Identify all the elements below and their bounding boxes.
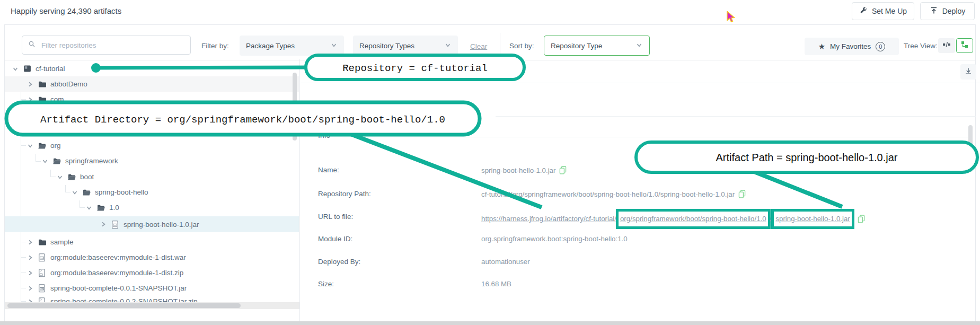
chevron-right-icon[interactable] — [100, 221, 107, 228]
tree-row-org[interactable]: org — [5, 138, 299, 153]
info-section-title: Info — [318, 131, 330, 139]
chevron-down-icon[interactable] — [12, 65, 19, 73]
folder-icon — [38, 238, 46, 246]
chevron-right-icon[interactable] — [27, 285, 34, 292]
info-section-rule — [342, 137, 973, 137]
chevron-right-icon[interactable] — [27, 81, 34, 88]
folder-open-icon — [68, 173, 76, 181]
url-value-group: https://harness.jfrog.io/artifactory/cf-… — [481, 213, 865, 225]
tree-view-label: Tree View: — [904, 42, 938, 50]
mouse-cursor — [727, 11, 735, 23]
module-id-field-row: Module ID: org.springframework.boot:spri… — [318, 235, 352, 244]
info-vertical-scrollbar[interactable] — [968, 125, 973, 172]
size-field-row: Size: 16.68 MB — [318, 280, 334, 289]
tree-item-label: cf-tutorial — [36, 65, 65, 73]
tree-row-1-0[interactable]: 1.0 — [5, 200, 299, 215]
filter-by-label: Filter by: — [201, 42, 229, 50]
repository-types-value: Repository Types — [359, 42, 414, 50]
sort-by-dropdown[interactable]: Repository Type — [544, 36, 650, 56]
search-input[interactable] — [40, 41, 175, 50]
sort-by-value: Repository Type — [551, 42, 602, 50]
chevron-right-icon[interactable] — [27, 239, 34, 246]
deployed-by-value: automationuser — [481, 258, 530, 266]
artifactory-repository-browser: Happily serving 24,390 artifacts Set Me … — [0, 0, 980, 325]
serving-artifacts-status: Happily serving 24,390 artifacts — [11, 6, 121, 15]
jar-file-icon — [38, 253, 46, 261]
repository-types-dropdown[interactable]: Repository Types — [353, 36, 458, 56]
size-label: Size: — [318, 280, 334, 288]
deploy-label: Deploy — [942, 7, 966, 15]
tree-item-label: org:module:baseerev:mymodule-1-dist.war — [50, 253, 186, 261]
tree-item-label: org — [50, 142, 61, 150]
tree-row-sample[interactable]: sample — [5, 234, 299, 250]
module-id-label: Module ID: — [318, 235, 352, 243]
url-link[interactable]: https://harness.jfrog.io/artifactory/cf-… — [481, 213, 854, 225]
folder-open-icon — [97, 204, 105, 212]
zip-file-icon — [38, 269, 46, 277]
chevron-right-icon[interactable] — [27, 269, 34, 277]
tree-row-cf-tutorial[interactable]: cf-tutorial — [5, 61, 299, 76]
filter-repositories-search[interactable] — [22, 36, 191, 55]
deploy-button[interactable]: Deploy — [920, 2, 975, 20]
flat-view-icon — [942, 41, 951, 50]
tree-row-boot[interactable]: boot — [5, 169, 299, 185]
repository-path-label: Repository Path: — [318, 190, 371, 198]
tree-item-label: com — [50, 95, 64, 103]
bottom-scrollbar[interactable] — [0, 321, 980, 325]
favorites-count-badge: 0 — [876, 42, 885, 51]
chevron-right-icon[interactable] — [27, 254, 34, 261]
my-favorites-button[interactable]: ★ My Favorites 0 — [805, 38, 899, 55]
tree-view-toggle-button[interactable] — [956, 38, 973, 53]
deployed-by-field-row: Deployed By: automationuser — [318, 258, 360, 267]
flat-view-toggle-button[interactable] — [938, 38, 955, 53]
folder-icon — [38, 80, 46, 88]
repository-path-value-group: cf-tutorial/org/springframework/boot/spr… — [481, 190, 746, 198]
tree-row-spring-boot-hello[interactable]: spring-boot-hello — [5, 185, 299, 200]
upload-icon — [930, 6, 938, 16]
chevron-down-icon[interactable] — [71, 189, 78, 196]
tree-horizontal-scrollbar-thumb[interactable] — [7, 303, 241, 308]
chevron-down-icon[interactable] — [41, 157, 49, 165]
jar-file-icon — [111, 221, 119, 229]
name-value-group: spring-boot-hello-1.0.jar — [481, 166, 567, 174]
tree-row-com[interactable]: com — [5, 92, 299, 107]
name-field-row: Name: spring-boot-hello-1.0.jar — [318, 166, 339, 175]
chevron-down-icon — [444, 41, 452, 50]
tree-vertical-scrollbar[interactable] — [293, 73, 297, 140]
chevron-right-icon[interactable] — [27, 96, 34, 103]
chevron-down-icon[interactable] — [85, 204, 93, 212]
download-icon — [964, 67, 973, 77]
tree-item-label: 1.0 — [109, 204, 119, 212]
info-tabs-divider — [496, 116, 976, 117]
folder-icon — [38, 95, 46, 103]
tree-item-label: boot — [80, 173, 94, 181]
package-types-value: Package Types — [246, 42, 295, 50]
tree-row-mymodule-zip[interactable]: org:module:baseerev:mymodule-1-dist.zip — [5, 265, 299, 280]
name-label: Name: — [318, 166, 339, 174]
url-artifact-directory-segment: org/springframework/boot/spring-boot-hel… — [616, 209, 771, 229]
tree-item-label: sample — [50, 238, 74, 246]
chevron-down-icon[interactable] — [27, 142, 34, 150]
folder-open-icon — [38, 142, 46, 150]
url-artifact-path-segment: spring-boot-hello-1.0.jar — [771, 209, 854, 229]
tree-row-mymodule-war[interactable]: org:module:baseerev:mymodule-1-dist.war — [5, 250, 299, 265]
clear-filters-link[interactable]: Clear — [470, 42, 487, 50]
download-button[interactable] — [960, 64, 976, 80]
tree-row-abbotdemo[interactable]: abbotDemo — [5, 76, 299, 92]
set-me-up-button[interactable]: Set Me Up — [852, 2, 914, 20]
tree-row-spring-boot-hello-jar[interactable]: spring-boot-hello-1.0.jar — [5, 216, 299, 232]
copy-icon[interactable] — [858, 215, 865, 223]
copy-icon[interactable] — [738, 190, 746, 198]
tree-row-springframework[interactable]: springframework — [5, 153, 299, 169]
wrench-icon — [859, 6, 868, 16]
url-prefix: https://harness.jfrog.io/artifactory/cf-… — [481, 215, 616, 223]
tree-item-label: abbotDemo — [50, 80, 87, 88]
filterbar-divider — [5, 60, 975, 60]
tree-item-label: spring-boot-complete-0.0.1-SNAPSHOT.jar — [50, 284, 187, 292]
copy-icon[interactable] — [559, 166, 567, 174]
package-types-dropdown[interactable]: Package Types — [240, 36, 344, 56]
url-to-file-field-row: URL to file: https://harness.jfrog.io/ar… — [318, 213, 353, 222]
set-me-up-label: Set Me Up — [872, 7, 907, 15]
chevron-down-icon[interactable] — [56, 173, 64, 181]
folder-open-icon — [83, 188, 91, 196]
